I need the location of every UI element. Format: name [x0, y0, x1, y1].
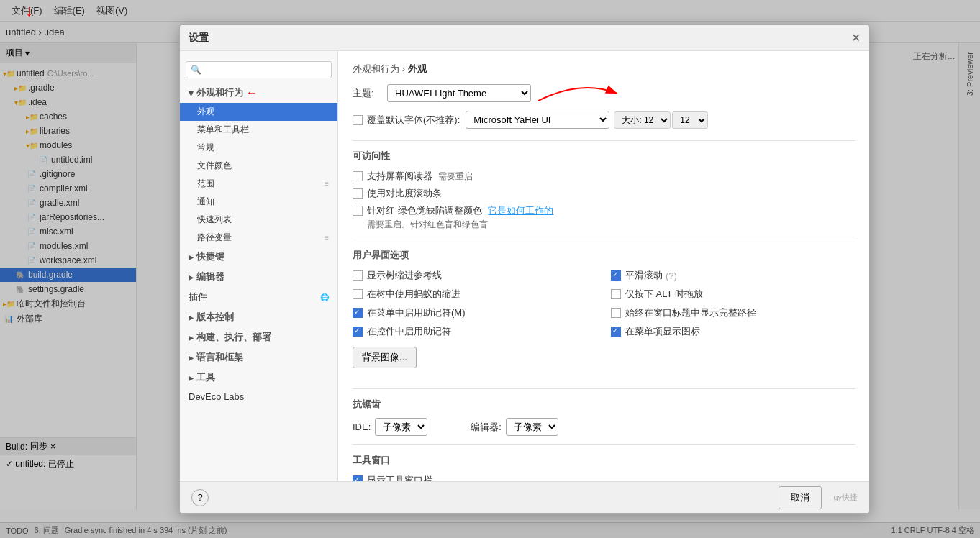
toolbar-opt-bar: 显示工具窗口栏 [353, 474, 855, 481]
dialog-close-btn[interactable]: ✕ [851, 31, 861, 45]
antialiasing-ide-select[interactable]: 子像素 灰度 无 [375, 418, 427, 436]
show-icons-checkbox[interactable] [611, 327, 621, 337]
nav-sub-general[interactable]: 常规 [180, 139, 337, 157]
nav-deveco-labs[interactable]: DevEco Labs [180, 388, 337, 406]
alt-drag-checkbox[interactable] [611, 289, 621, 299]
font-family-select[interactable]: Microsoft YaHei UI [466, 111, 609, 129]
red-arrow-svg [538, 83, 625, 104]
tree-indent-checkbox[interactable] [353, 270, 363, 281]
ui-options-grid: 显示树缩进参考线 平滑滚动 (?) 在树中使用蚂蚁的缩进 仅按下 AL [353, 269, 855, 338]
ui-options-label: 用户界面选项 [353, 249, 855, 262]
mnemonics-ctrl-checkbox[interactable] [353, 327, 363, 337]
settings-content: 外观和行为 › 外观 主题: HUAWEI Light Theme Intell… [338, 51, 869, 481]
colorblind-subnote: 需要重启。针对红色盲和绿色盲 [353, 219, 855, 231]
opt-ant-indent: 在树中使用蚂蚁的缩进 [353, 288, 596, 301]
settings-search-input[interactable] [186, 61, 332, 78]
nav-sub-menu-toolbar[interactable]: 菜单和工具栏 [180, 121, 337, 139]
antialiasing-row: IDE: 子像素 灰度 无 编辑器: 子像素 灰度 无 [353, 418, 855, 436]
breadcrumb-current: 外观 [408, 63, 427, 74]
opt-mnemonics-menu: 在菜单中启用助记符(M) [353, 306, 596, 319]
colorblind-label: 针对红-绿色觉缺陷调整颜色 [367, 204, 482, 217]
watermark: gy快捷 [833, 492, 858, 503]
contrast-scroll-label: 使用对比度滚动条 [367, 187, 442, 200]
antialiasing-ide-label: IDE: [353, 421, 371, 432]
divider-3 [353, 388, 855, 389]
settings-nav: ▾ 外观和行为 ← 外观 菜单和工具栏 常规 文件颜色 范围 ≡ 通知 快速列表… [180, 51, 338, 481]
nav-section-build[interactable]: ▸ 构建、执行、部署 [180, 327, 337, 347]
full-path-checkbox[interactable] [611, 308, 621, 318]
background-image-btn[interactable]: 背景图像... [353, 347, 417, 368]
dialog-footer: ? 取消 gy快捷 [180, 481, 869, 513]
nav-section-tools[interactable]: ▸ 工具 [180, 368, 337, 388]
smooth-scroll-checkbox[interactable] [611, 270, 621, 281]
nav-section-plugins[interactable]: 插件 🌐 [180, 287, 337, 307]
breadcrumb-parent: 外观和行为 [353, 63, 399, 74]
ant-indent-checkbox[interactable] [353, 289, 363, 299]
font-row: 覆盖默认字体(不推荐): Microsoft YaHei UI 大小: 12 1… [353, 111, 855, 129]
theme-select[interactable]: HUAWEI Light Theme IntelliJ Light Darcul… [387, 84, 531, 102]
nav-section-vcs[interactable]: ▸ 版本控制 [180, 307, 337, 327]
settings-breadcrumb: 外观和行为 › 外观 [353, 63, 855, 76]
toolbar-section: 显示工具窗口栏 显示工具窗口编号 [353, 474, 855, 481]
opt-full-path: 始终在窗口标题中显示完整路径 [611, 306, 855, 319]
nav-label-appearance: 外观和行为 [196, 86, 243, 99]
screen-reader-checkbox[interactable] [353, 171, 363, 181]
show-toolbar-bar-checkbox[interactable] [353, 475, 363, 481]
settings-dialog: 设置 ✕ ▾ 外观和行为 ← 外观 菜单和工具栏 常规 文件颜色 [179, 24, 870, 514]
divider-1 [353, 140, 855, 141]
screen-reader-note: 需要重启 [438, 170, 473, 183]
option-screen-reader: 支持屏幕阅读器 需要重启 [353, 170, 855, 183]
colorblind-checkbox[interactable] [353, 206, 363, 216]
opt-tree-indent: 显示树缩进参考线 [353, 269, 596, 282]
mnemonics-menu-checkbox[interactable] [353, 308, 363, 318]
font-override-label: 覆盖默认字体(不推荐): [367, 114, 460, 127]
nav-sub-appearance[interactable]: 外观 [180, 103, 337, 121]
theme-label: 主题: [353, 87, 381, 100]
option-contrast-scroll: 使用对比度滚动条 [353, 187, 855, 200]
theme-row: 主题: HUAWEI Light Theme IntelliJ Light Da… [353, 84, 855, 102]
antialiasing-editor: 编辑器: 子像素 灰度 无 [471, 418, 558, 436]
dialog-title: 设置 [189, 32, 209, 45]
cancel-btn[interactable]: 取消 [779, 486, 822, 509]
option-colorblind: 针对红-绿色觉缺陷调整颜色 它是如何工作的 [353, 204, 855, 217]
nav-arrow-appearance: ▾ [189, 88, 194, 99]
font-size-select[interactable]: 大小: 12 [614, 111, 671, 129]
opt-mnemonics-ctrl: 在控件中启用助记符 [353, 325, 596, 338]
nav-sub-pathvar[interactable]: 路径变量 ≡ [180, 229, 337, 247]
antialiasing-label: 抗锯齿 [353, 398, 855, 411]
font-size-value-select[interactable]: 12 [672, 111, 708, 129]
theme-select-container: HUAWEI Light Theme IntelliJ Light Darcul… [387, 84, 538, 102]
ide-background: 文件(F) 编辑(E) 视图(V) untitled › .idea 项目 ▾ … [0, 0, 980, 538]
help-btn[interactable]: ? [191, 489, 209, 506]
nav-sub-notify[interactable]: 通知 [180, 193, 337, 211]
nav-sub-file-colors[interactable]: 文件颜色 [180, 157, 337, 175]
contrast-scroll-checkbox[interactable] [353, 188, 363, 199]
nav-section-appearance[interactable]: ▾ 外观和行为 ← [180, 83, 337, 103]
nav-sub-quicklist[interactable]: 快速列表 [180, 211, 337, 229]
dialog-body: ▾ 外观和行为 ← 外观 菜单和工具栏 常规 文件颜色 范围 ≡ 通知 快速列表… [180, 51, 869, 481]
red-arrow-right: ← [246, 86, 258, 99]
nav-section-lang[interactable]: ▸ 语言和框架 [180, 347, 337, 368]
screen-reader-label: 支持屏幕阅读器 [367, 170, 432, 183]
antialiasing-editor-label: 编辑器: [471, 421, 502, 434]
accessibility-label: 可访问性 [353, 150, 855, 163]
font-override-checkbox[interactable] [353, 115, 363, 125]
dialog-titlebar: 设置 ✕ [180, 25, 869, 51]
opt-alt-drag: 仅按下 ALT 时拖放 [611, 288, 855, 301]
nav-sub-scope[interactable]: 范围 ≡ [180, 175, 337, 193]
divider-2 [353, 240, 855, 240]
breadcrumb-sep: › [402, 63, 408, 74]
nav-section-keymap[interactable]: ▸ 快捷键 [180, 247, 337, 267]
smooth-scroll-help[interactable]: (?) [666, 270, 677, 281]
toolbar-label: 工具窗口 [353, 454, 855, 467]
divider-4 [353, 444, 855, 445]
colorblind-link[interactable]: 它是如何工作的 [488, 204, 553, 217]
antialiasing-editor-select[interactable]: 子像素 灰度 无 [506, 418, 558, 436]
nav-section-editor[interactable]: ▸ 编辑器 [180, 267, 337, 287]
opt-show-icons: 在菜单项显示图标 [611, 325, 855, 338]
settings-search-area [180, 57, 337, 83]
opt-smooth-scroll: 平滑滚动 (?) [611, 269, 855, 282]
antialiasing-ide: IDE: 子像素 灰度 无 [353, 418, 427, 436]
